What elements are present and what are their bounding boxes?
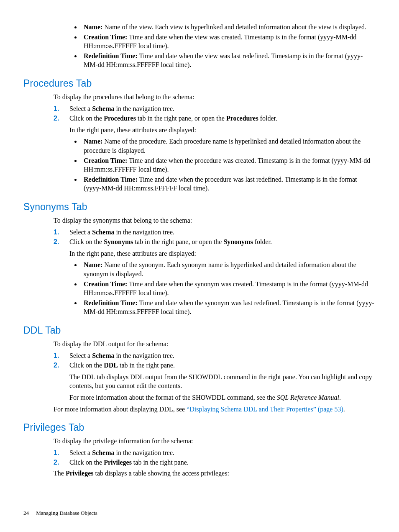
page-number: 24 (23, 510, 29, 516)
step-2: Click on the Procedures tab in the right… (54, 114, 376, 193)
procedures-attr-intro: In the right pane, these attributes are … (69, 126, 376, 135)
top-bullet-list: Name: Name of the view. Each view is hyp… (54, 23, 376, 69)
bullet-label: Redefinition Time: (84, 52, 138, 59)
ddl-steps: Select a Schema in the navigation tree. … (54, 351, 376, 402)
chapter-title: Managing Database Objects (36, 510, 97, 516)
list-item: Name: Name of the procedure. Each proced… (81, 137, 376, 155)
list-item: Creation Time: Time and date when the sy… (81, 280, 376, 298)
bullet-label: Name: (84, 23, 102, 31)
list-item: Redefinition Time: Time and date when th… (81, 298, 376, 316)
bullet-label: Creation Time: (84, 33, 127, 41)
privileges-p: The Privileges tab displays a table show… (54, 469, 376, 478)
list-item: Name: Name of the synonym. Each synonym … (81, 260, 376, 278)
list-item: Name: Name of the view. Each view is hyp… (81, 23, 376, 32)
heading-synonyms-tab: Synonyms Tab (23, 200, 376, 213)
synonyms-steps: Select a Schema in the navigation tree. … (54, 228, 376, 316)
ddl-p2: For more information about the format of… (69, 393, 376, 402)
page-footer: 24 Managing Database Objects (23, 509, 97, 517)
list-item: Creation Time: Time and date when the pr… (81, 156, 376, 174)
list-item: Redefinition Time: Time and date when th… (81, 175, 376, 193)
heading-ddl-tab: DDL Tab (23, 324, 376, 337)
step-1: Select a Schema in the navigation tree. (54, 228, 376, 237)
bullet-text: Name of the view. Each view is hyperlink… (102, 23, 366, 31)
ddl-more-info: For more information about displaying DD… (54, 405, 376, 414)
step-1: Select a Schema in the navigation tree. (54, 448, 376, 457)
heading-procedures-tab: Procedures Tab (23, 77, 376, 90)
list-item: Creation Time: Time and date when the vi… (81, 33, 376, 51)
privileges-steps: Select a Schema in the navigation tree. … (54, 448, 376, 467)
synonyms-intro: To display the synonyms that belong to t… (54, 216, 376, 225)
privileges-intro: To display the privilege information for… (54, 437, 376, 446)
ddl-intro: To display the DDL output for the schema… (54, 339, 376, 349)
synonyms-attr-intro: In the right pane, these attributes are … (69, 249, 376, 258)
procedures-intro: To display the procedures that belong to… (54, 93, 376, 102)
step-2: Click on the DDL tab in the right pane. … (54, 361, 376, 402)
link-displaying-schema-ddl[interactable]: “Displaying Schema DDL and Their Propert… (187, 406, 343, 413)
procedures-attr-list: Name: Name of the procedure. Each proced… (69, 137, 376, 193)
heading-privileges-tab: Privileges Tab (23, 421, 376, 434)
step-2: Click on the Synonyms tab in the right p… (54, 237, 376, 316)
ddl-p1: The DDL tab displays DDL output from the… (69, 373, 376, 391)
step-1: Select a Schema in the navigation tree. (54, 104, 376, 113)
list-item: Redefinition Time: Time and date when th… (81, 51, 376, 69)
step-2: Click on the Privileges tab in the right… (54, 458, 376, 467)
procedures-steps: Select a Schema in the navigation tree. … (54, 104, 376, 193)
step-1: Select a Schema in the navigation tree. (54, 351, 376, 360)
synonyms-attr-list: Name: Name of the synonym. Each synonym … (69, 260, 376, 316)
